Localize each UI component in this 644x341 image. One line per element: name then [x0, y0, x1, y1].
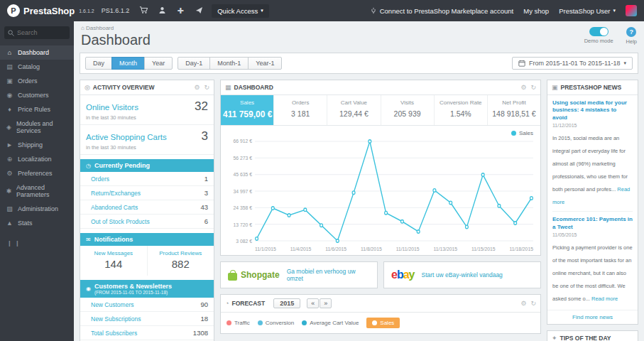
settings-icon[interactable]: ⚙ [194, 84, 200, 91]
tips-of-the-day-panel: ✦ TIPS OF THE DAY Geef je Sales in het b… [547, 330, 638, 341]
kpi-sales[interactable]: Sales411 759,00 € [221, 95, 274, 125]
read-more-link[interactable]: Read more [591, 296, 618, 302]
forecast-legend-avg-cart-value[interactable]: Average Cart Value [302, 320, 359, 326]
prestashop-logo-icon: P [7, 4, 20, 17]
filter-year-button[interactable]: Year [144, 57, 173, 70]
news-article-date: 11/05/2015 [552, 232, 633, 237]
refresh-icon[interactable]: ↻ [530, 300, 536, 307]
settings-icon[interactable]: ⚙ [520, 84, 526, 91]
online-visitors-link[interactable]: Online Visitors [86, 103, 138, 112]
shipping-icon: ► [6, 141, 13, 148]
localization-icon: ⊕ [6, 156, 13, 163]
sidebar-item-shipping[interactable]: ►Shipping [0, 138, 74, 152]
active-carts-link[interactable]: Active Shopping Carts [86, 133, 167, 141]
header-controls: Demo mode ? Help [584, 25, 637, 45]
sidebar-item-administration[interactable]: ▨Administration [0, 202, 74, 216]
news-article-headline[interactable]: Using social media for your business: 4 … [552, 99, 633, 121]
sidebar-item-stats[interactable]: ▲Stats [0, 216, 74, 230]
dashboard-panel-icon: ▦ [225, 84, 231, 91]
sidebar-item-modules[interactable]: ◈Modules and Services [0, 117, 74, 138]
mail-icon: ✉ [86, 237, 91, 243]
filter-day-1-button[interactable]: Day-1 [178, 57, 210, 70]
marketplace-link[interactable]: Connect to PrestaShop Marketplace accoun… [370, 7, 514, 15]
administration-icon: ▨ [6, 205, 13, 212]
filter-month-button[interactable]: Month [111, 57, 145, 70]
kpi-net-profit[interactable]: Net Profit148 918,51 € [488, 95, 540, 125]
main-content: ⌂ Dashboard Dashboard Demo mode ? Help [74, 21, 644, 341]
kpi-conversion-rate[interactable]: Conversion Rate1.54% [435, 95, 488, 125]
demo-mode-toggle[interactable] [589, 27, 608, 36]
product-reviews-cell[interactable]: Product Reviews 882 [147, 246, 214, 276]
kpi-orders[interactable]: Orders3 181 [274, 95, 327, 125]
news-article: Ecommerce 101: Payments in a Tweet 11/05… [552, 216, 633, 308]
new-subscriptions-row[interactable]: New Subscriptions18 [80, 312, 214, 326]
sidebar-item-localization[interactable]: ⊕Localization [0, 152, 74, 166]
filter-month-1-button[interactable]: Month-1 [209, 57, 249, 70]
help-icon[interactable]: ? [626, 27, 636, 37]
forecast-legend-conversion[interactable]: Conversion [258, 320, 294, 326]
kpi-visits[interactable]: Visits205 939 [381, 95, 435, 125]
forecast-next-button[interactable]: » [320, 298, 332, 308]
active-carts-value: 3 [202, 129, 208, 144]
forecast-legend-traffic[interactable]: Traffic [227, 320, 250, 326]
notifications-header: ✉ Notifications [80, 233, 214, 246]
settings-icon[interactable]: ⚙ [520, 300, 526, 307]
new-messages-cell[interactable]: New Messages 144 [80, 246, 147, 276]
sidebar-item-customers[interactable]: ◉Customers [0, 88, 74, 102]
sidebar-item-orders[interactable]: ▣Orders [0, 74, 74, 88]
kpi-cart-value[interactable]: Cart Value129,44 € [327, 95, 381, 125]
search-input[interactable] [17, 29, 65, 36]
sidebar-item-catalog[interactable]: ▤Catalog [0, 60, 74, 74]
date-preset-group-current: Day Month Year [85, 57, 173, 70]
customers-icon: ◉ [6, 92, 13, 99]
activity-panel-icon: ◎ [84, 84, 90, 91]
user-menu[interactable]: PrestaShop User ▾ [559, 7, 616, 15]
total-subscribers-row[interactable]: Total Subscribers1308 [80, 326, 214, 340]
refresh-icon[interactable]: ↻ [530, 84, 536, 91]
filter-day-button[interactable]: Day [85, 57, 112, 70]
breadcrumb: ⌂ Dashboard [81, 25, 151, 31]
sidebar-search[interactable] [4, 26, 70, 39]
abandoned-carts-row[interactable]: Abandoned Carts43 [80, 200, 214, 215]
news-article-headline[interactable]: Ecommerce 101: Payments in a Tweet [552, 216, 633, 231]
find-more-news-link[interactable]: Find more news [547, 310, 638, 324]
forecast-legend-sales[interactable]: Sales [366, 318, 400, 328]
chart-legend-sales[interactable]: Sales [228, 130, 533, 136]
shopgate-link[interactable]: Ga mobiel en verhoog uw omzet [287, 268, 370, 282]
pending-returns-row[interactable]: Return/Exchanges3 [80, 186, 214, 200]
cart-icon[interactable] [138, 6, 149, 16]
add-icon[interactable]: ✚ [175, 7, 186, 15]
sidebar-item-advanced-parameters[interactable]: ✱Advanced Parameters [0, 180, 74, 202]
sidebar-item-dashboard[interactable]: ⌂Dashboard [0, 45, 74, 60]
forecast-prev-button[interactable]: « [307, 298, 319, 308]
date-range-picker[interactable]: From 2015-11-01 To 2015-11-18 ▾ [512, 57, 633, 70]
activity-overview-panel: ◎ ACTIVITY OVERVIEW ⚙ ↻ Online Visitors … [80, 80, 214, 341]
news-panel-icon: ▣ [552, 84, 558, 91]
sidebar-collapse-button[interactable]: ❙ ❙ [0, 230, 74, 256]
out-of-stock-row[interactable]: Out of Stock Products6 [80, 215, 214, 229]
forecast-legend: Traffic Conversion Average Cart Value Sa… [221, 313, 540, 333]
shopgate-module: Shopgate Ga mobiel en verhoog uw omzet [220, 261, 378, 288]
prestashop-logo[interactable]: P PrestaShop 1.6.1.2 [7, 4, 94, 17]
refresh-icon[interactable]: ↻ [204, 84, 209, 91]
news-article-date: 11/12/2015 [552, 123, 633, 128]
quick-access-menu[interactable]: Quick Access ▾ [212, 4, 269, 18]
ebay-link[interactable]: Start uw eBay-winkel vandaag [422, 271, 503, 278]
pending-orders-row[interactable]: Orders1 [80, 172, 214, 186]
preferences-icon: ⚙ [6, 170, 13, 177]
stats-icon: ▲ [6, 220, 13, 227]
my-shop-link[interactable]: My shop [523, 7, 549, 15]
customer-icon[interactable] [156, 6, 168, 16]
new-customers-row[interactable]: New Customers90 [80, 298, 214, 312]
legend-dot [511, 131, 516, 136]
tips-panel-title: TIPS OF THE DAY [560, 335, 611, 341]
demo-mode-control: Demo mode [584, 27, 613, 45]
rocket-icon[interactable] [193, 6, 204, 16]
filter-year-1-button[interactable]: Year-1 [248, 57, 282, 70]
advanced-parameters-icon: ✱ [6, 188, 12, 195]
sidebar-item-preferences[interactable]: ⚙Preferences [0, 166, 74, 180]
sidebar-item-price-rules[interactable]: ♦Price Rules [0, 102, 74, 117]
sales-chart[interactable] [255, 138, 533, 244]
user-avatar[interactable] [626, 5, 637, 16]
online-visitors-metric: Online Visitors 32 in the last 30 minute… [80, 95, 214, 125]
